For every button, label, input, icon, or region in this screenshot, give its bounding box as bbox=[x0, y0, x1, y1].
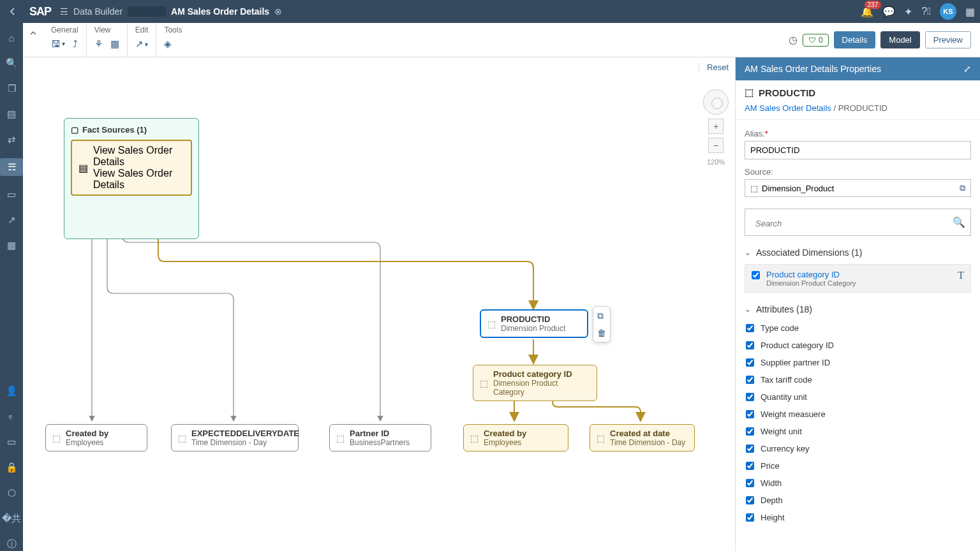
open-source-button[interactable]: ⧉ bbox=[960, 183, 965, 193]
attribute-checkbox[interactable] bbox=[746, 479, 754, 487]
collapse-ribbon-button[interactable] bbox=[26, 26, 41, 41]
attribute-checkbox[interactable] bbox=[746, 393, 754, 401]
fact-sources-title: ▢ Fact Sources (1) bbox=[71, 125, 192, 135]
nav-connections-icon[interactable]: ᯤ bbox=[0, 409, 23, 423]
attribute-checkbox[interactable] bbox=[746, 462, 754, 470]
attribute-label: Depth bbox=[761, 496, 783, 505]
nav-dashboard-icon[interactable]: ▦ bbox=[0, 239, 23, 253]
search-input[interactable] bbox=[750, 215, 953, 232]
fact-sources-container[interactable]: ▢ Fact Sources (1) ▤ View Sales Order De… bbox=[64, 118, 199, 239]
alias-input[interactable] bbox=[745, 141, 971, 159]
reset-button[interactable]: Reset bbox=[699, 62, 729, 72]
feedback-icon[interactable]: 💬 bbox=[882, 6, 895, 18]
attribute-checkbox[interactable] bbox=[746, 341, 754, 349]
attribute-row[interactable]: Weight measuere bbox=[745, 406, 971, 423]
sap-logo: SAP bbox=[29, 5, 51, 18]
node-open-button[interactable]: ⧉ bbox=[597, 311, 606, 321]
text-icon[interactable]: T bbox=[958, 270, 964, 281]
attribute-row[interactable]: Currency key bbox=[745, 440, 971, 457]
nav-share-icon[interactable]: �共 bbox=[0, 511, 23, 525]
expand-panel-button[interactable]: ⤢ bbox=[963, 64, 971, 74]
attribute-row[interactable]: Price bbox=[745, 457, 971, 474]
user-avatar[interactable]: KS bbox=[940, 3, 956, 20]
nav-user-icon[interactable]: 👤 bbox=[0, 384, 23, 398]
search-field[interactable]: 🔍 bbox=[745, 209, 971, 236]
nav-home-icon[interactable]: ⌂ bbox=[0, 31, 23, 45]
attribute-checkbox[interactable] bbox=[746, 358, 754, 367]
nav-repository-icon[interactable]: ❐ bbox=[0, 82, 23, 96]
assoc-checkbox[interactable] bbox=[752, 271, 760, 279]
attribute-row[interactable]: Quantity unit bbox=[745, 388, 971, 406]
attribute-row[interactable]: Height bbox=[745, 509, 971, 526]
tab-preview[interactable]: Preview bbox=[925, 31, 971, 48]
table-view-button[interactable]: ▦ bbox=[110, 38, 119, 50]
nav-card-icon[interactable]: ▭ bbox=[0, 187, 23, 202]
nav-flow-icon[interactable]: ⇄ bbox=[0, 133, 23, 147]
attributes-header[interactable]: ⌄ Attributes (18) bbox=[745, 304, 971, 314]
zoom-out-button[interactable]: − bbox=[708, 138, 724, 153]
attribute-label: Type code bbox=[761, 323, 799, 333]
fact-node-view-sales-order[interactable]: ▤ View Sales Order Details View Sales Or… bbox=[71, 140, 192, 196]
node-partner-id[interactable]: ⬚ Partner ID BusinessPartners bbox=[329, 424, 431, 452]
nav-catalog-icon[interactable]: ▤ bbox=[0, 107, 23, 121]
node-created-by[interactable]: ⬚ Created by Employees bbox=[45, 424, 147, 452]
attribute-checkbox[interactable] bbox=[746, 427, 754, 436]
nav-search-icon[interactable]: 🔍 bbox=[0, 56, 23, 70]
close-tab-button[interactable]: ⊗ bbox=[274, 6, 282, 17]
nav-info-icon[interactable]: ⓘ bbox=[0, 537, 23, 551]
nav-lock-icon[interactable]: 🔒 bbox=[0, 460, 23, 474]
pan-compass[interactable] bbox=[703, 89, 729, 115]
attribute-row[interactable]: Supplier partner ID bbox=[745, 354, 971, 371]
attribute-checkbox[interactable] bbox=[746, 496, 754, 504]
zoom-in-button[interactable]: + bbox=[708, 119, 724, 134]
attribute-checkbox[interactable] bbox=[746, 324, 754, 332]
nav-package-icon[interactable]: ⬡ bbox=[0, 486, 23, 500]
fact-node-title: View Sales Order Details bbox=[93, 145, 184, 168]
attribute-row[interactable]: Weight unit bbox=[745, 423, 971, 440]
diagram-canvas[interactable]: Reset + − 120% ▢ Fact Sources (1) ▤ bbox=[23, 57, 735, 551]
nav-data-builder-icon[interactable]: ☴ bbox=[0, 158, 23, 176]
attribute-row[interactable]: Tax tariff code bbox=[745, 371, 971, 388]
help-icon[interactable]: ?⃝ bbox=[921, 6, 931, 17]
app-grid-icon[interactable]: ▦ bbox=[965, 6, 975, 18]
attribute-row[interactable]: Depth bbox=[745, 492, 971, 509]
back-button[interactable] bbox=[5, 4, 20, 19]
associated-dimensions-header[interactable]: ⌄ Associated Dimensions (1) bbox=[745, 247, 971, 258]
announcement-icon[interactable]: ✦ bbox=[904, 6, 912, 18]
source-label: Source: bbox=[745, 167, 971, 177]
attribute-row[interactable]: Product category ID bbox=[745, 337, 971, 354]
export-button[interactable]: ↗ ▾ bbox=[135, 38, 148, 50]
save-button[interactable]: 🖫 ▾ bbox=[51, 38, 65, 49]
node-product-category[interactable]: ⬚ Product category ID Dimension Product … bbox=[473, 365, 597, 401]
data-builder-icon: ☴ bbox=[60, 6, 68, 17]
validation-status[interactable]: 🛡 0 bbox=[803, 34, 829, 47]
attribute-checkbox[interactable] bbox=[746, 376, 754, 384]
attribute-checkbox[interactable] bbox=[746, 444, 754, 453]
history-button[interactable]: ◷ bbox=[789, 34, 798, 46]
impact-analysis-button[interactable]: ◈ bbox=[164, 38, 172, 50]
nav-monitor-icon[interactable]: ↗ bbox=[0, 213, 23, 227]
node-expected-delivery[interactable]: ⬚ EXPECTEDDELIVERYDATE Time Dimension - … bbox=[171, 424, 299, 452]
notifications-button[interactable]: 🔔237 bbox=[861, 6, 873, 18]
tab-details[interactable]: Details bbox=[834, 31, 876, 48]
node-productid[interactable]: ⬚ PRODUCTID Dimension Product bbox=[480, 309, 588, 338]
node-delete-button[interactable]: 🗑 bbox=[597, 328, 606, 338]
attribute-row[interactable]: Type code bbox=[745, 320, 971, 337]
tab-model[interactable]: Model bbox=[880, 31, 919, 48]
breadcrumb-space[interactable] bbox=[128, 6, 166, 17]
panel-breadcrumb: AM Sales Order Details / PRODUCTID bbox=[745, 103, 971, 113]
node-created-by-2[interactable]: ⬚ Created by Employees bbox=[463, 424, 568, 452]
panel-crumb-link[interactable]: AM Sales Order Details bbox=[745, 103, 831, 113]
attribute-row[interactable]: Width bbox=[745, 474, 971, 492]
cube-icon: ⬚ bbox=[178, 433, 186, 443]
attribute-checkbox[interactable] bbox=[746, 410, 754, 418]
attribute-checkbox[interactable] bbox=[746, 513, 754, 522]
deploy-button[interactable]: ⤴ bbox=[73, 38, 78, 49]
group-edit-label: Edit bbox=[135, 23, 149, 37]
node-created-at[interactable]: ⬚ Created at date Time Dimension - Day bbox=[590, 424, 695, 452]
search-icon[interactable]: 🔍 bbox=[953, 216, 965, 228]
breadcrumb-app[interactable]: Data Builder bbox=[73, 6, 122, 17]
associated-dimension-item[interactable]: Product category ID Dimension Product Ca… bbox=[745, 264, 971, 293]
hierarchy-view-button[interactable]: ⚘ bbox=[94, 38, 103, 50]
nav-book-icon[interactable]: ▭ bbox=[0, 435, 23, 449]
